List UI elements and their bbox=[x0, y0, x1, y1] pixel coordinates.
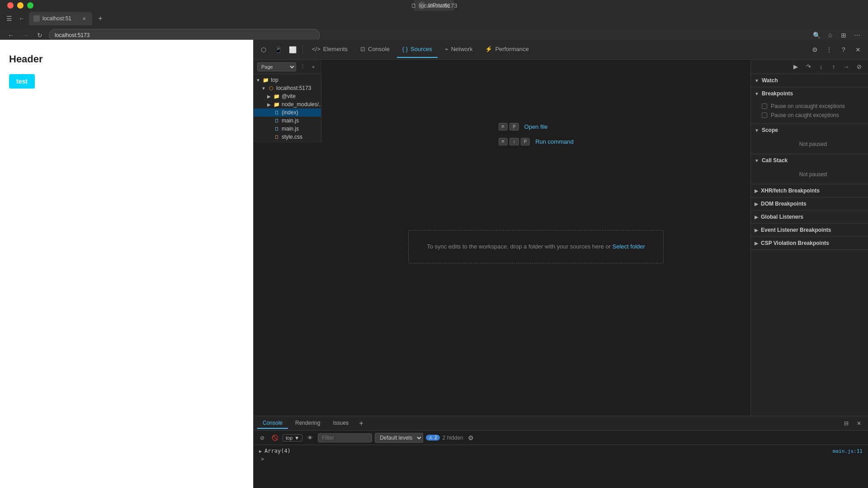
tab-console[interactable]: ⊡ Console bbox=[355, 42, 395, 58]
expand-icon[interactable]: ▶ bbox=[259, 449, 262, 454]
page-dropdown[interactable]: Page bbox=[257, 62, 296, 71]
tree-menu-button[interactable]: ⋮ bbox=[298, 62, 307, 71]
console-block-button[interactable]: 🚫 bbox=[270, 433, 280, 443]
console-context: top ▼ bbox=[283, 434, 302, 441]
call-stack-header[interactable]: ▼ Call Stack bbox=[751, 154, 868, 167]
tab-elements[interactable]: </> Elements bbox=[307, 42, 353, 58]
sidebar-toggle[interactable]: ☰ bbox=[4, 13, 14, 24]
tab-console-bottom[interactable]: Console bbox=[257, 418, 288, 429]
back-nav-button[interactable]: ← bbox=[5, 30, 16, 41]
tree-label-localhost: localhost:5173 bbox=[276, 85, 311, 91]
tree-item-mainjs-2[interactable]: ▶ 🗋 main.js bbox=[254, 125, 321, 133]
console-settings-button[interactable]: ⚙ bbox=[466, 433, 476, 443]
dock-button[interactable]: ⬜ bbox=[286, 43, 299, 56]
shortcut-keys-run: ⌘ ⇧ P bbox=[498, 138, 530, 145]
xhr-header[interactable]: ▶ XHR/fetch Breakpoints bbox=[751, 184, 868, 197]
tree-label-top: top bbox=[271, 77, 278, 83]
scope-header[interactable]: ▼ Scope bbox=[751, 124, 868, 136]
tab-sources[interactable]: { } Sources bbox=[397, 42, 438, 58]
file-tree-container: Page ⋮ + ▼ 📁 top bbox=[254, 60, 321, 416]
close-button[interactable] bbox=[7, 2, 14, 9]
csp-header[interactable]: ▶ CSP Violation Breakpoints bbox=[751, 237, 868, 249]
inspect-element-button[interactable]: ⬡ bbox=[257, 43, 270, 56]
add-tab-button[interactable]: + bbox=[356, 418, 367, 429]
file-tree-toolbar: Page ⋮ + bbox=[254, 60, 321, 74]
tree-item-mainjs-1[interactable]: ▶ 🗋 main.js bbox=[254, 117, 321, 125]
step-over-button[interactable]: ↷ bbox=[803, 61, 814, 72]
star-icon[interactable]: ☆ bbox=[825, 30, 835, 41]
refresh-button[interactable]: ↻ bbox=[34, 30, 45, 41]
maximize-button[interactable] bbox=[27, 2, 33, 9]
tree-item-top[interactable]: ▼ 📁 top bbox=[254, 76, 321, 84]
dom-header[interactable]: ▶ DOM Breakpoints bbox=[751, 197, 868, 210]
step-into-button[interactable]: ↓ bbox=[816, 61, 826, 72]
tree-item-vite[interactable]: ▶ 📁 @vite bbox=[254, 92, 321, 100]
search-icon[interactable]: 🔍 bbox=[811, 30, 822, 41]
tab-favicon bbox=[33, 15, 40, 22]
console-eye-button[interactable]: 👁 bbox=[305, 433, 315, 443]
section-breakpoints: ▼ Breakpoints Pause on uncaught exceptio… bbox=[751, 87, 868, 124]
breakpoints-header[interactable]: ▼ Breakpoints bbox=[751, 87, 868, 100]
tree-add-folder-button[interactable]: + bbox=[309, 62, 318, 71]
performance-icon: ⚡ bbox=[485, 46, 492, 52]
badge-icon: ⚠ bbox=[429, 435, 433, 440]
console-input[interactable] bbox=[267, 456, 861, 462]
tab-network[interactable]: ⌁ Network bbox=[439, 42, 478, 58]
console-close-button[interactable]: ✕ bbox=[854, 418, 864, 429]
device-toggle-button[interactable]: 📱 bbox=[272, 43, 284, 56]
close-devtools-button[interactable]: ✕ bbox=[852, 43, 864, 56]
step-out-button[interactable]: ↑ bbox=[828, 61, 839, 72]
back-button[interactable]: ← bbox=[16, 13, 27, 24]
help-button[interactable]: ? bbox=[837, 43, 850, 56]
file-icon: 🗋 bbox=[274, 117, 280, 124]
tab-close-button[interactable]: ✕ bbox=[80, 15, 88, 22]
console-entry-file[interactable]: main.js:11 bbox=[833, 448, 863, 454]
resume-button[interactable]: ▶ bbox=[790, 61, 801, 72]
browser-tab[interactable]: localhost:51 ✕ bbox=[29, 12, 92, 25]
tree-item-index[interactable]: ▶ 🗋 (index) bbox=[254, 108, 321, 117]
address-text: localhost:5173 bbox=[55, 32, 90, 38]
minimize-button[interactable] bbox=[17, 2, 24, 9]
global-listeners-label: Global Listeners bbox=[761, 214, 803, 220]
tab-performance[interactable]: ⚡ Performance bbox=[480, 42, 534, 58]
more-tools-button[interactable]: ⋮ bbox=[823, 43, 835, 56]
console-filter-input[interactable] bbox=[318, 433, 372, 442]
forward-nav-button[interactable]: → bbox=[20, 30, 31, 41]
page-test-button[interactable]: test bbox=[9, 74, 35, 89]
uncaught-checkbox[interactable] bbox=[762, 103, 767, 109]
open-file-link[interactable]: Open file bbox=[524, 123, 548, 130]
step-button[interactable]: → bbox=[841, 61, 852, 72]
main-layout: Header test ⬡ 📱 ⬜ </> Elements ⊡ Console… bbox=[0, 40, 868, 488]
tree-item-localhost[interactable]: ▼ ⬡ localhost:5173 bbox=[254, 84, 321, 92]
drop-zone-text: To sync edits to the workspace, drop a f… bbox=[427, 243, 612, 250]
select-folder-link[interactable]: Select folder bbox=[613, 243, 645, 250]
console-entry-label: Array(4) bbox=[264, 448, 291, 454]
console-error-badge: ⚠ 2 bbox=[426, 435, 440, 441]
caught-checkbox[interactable] bbox=[762, 113, 767, 118]
settings-icon[interactable]: ⋯ bbox=[852, 30, 863, 41]
collections-icon[interactable]: ⊞ bbox=[838, 30, 849, 41]
badge-count: 2 bbox=[434, 435, 437, 440]
section-event-listener: ▶ Event Listener Breakpoints bbox=[751, 224, 868, 237]
console-level-select[interactable]: Default levels bbox=[375, 433, 423, 443]
watch-header[interactable]: ▼ Watch bbox=[751, 74, 868, 87]
devtools-settings-button[interactable]: ⚙ bbox=[808, 43, 821, 56]
tree-item-stylecss[interactable]: ▶ 🗋 style.css bbox=[254, 133, 321, 141]
tab-divider bbox=[302, 45, 303, 54]
section-xhr: ▶ XHR/fetch Breakpoints bbox=[751, 184, 868, 197]
tab-rendering[interactable]: Rendering bbox=[290, 418, 326, 429]
csp-label: CSP Violation Breakpoints bbox=[761, 240, 829, 246]
event-listener-header[interactable]: ▶ Event Listener Breakpoints bbox=[751, 224, 868, 236]
global-listeners-header[interactable]: ▶ Global Listeners bbox=[751, 211, 868, 223]
network-icon: ⌁ bbox=[445, 46, 448, 52]
scope-content: Not paused bbox=[751, 136, 868, 154]
console-clear-button[interactable]: ⊘ bbox=[257, 433, 267, 443]
scope-status: Not paused bbox=[762, 138, 864, 150]
console-dock-button[interactable]: ⊟ bbox=[841, 418, 852, 429]
tree-item-node-modules[interactable]: ▶ 📁 node_modules/... bbox=[254, 100, 321, 108]
deactivate-breakpoints-button[interactable]: ⊘ bbox=[854, 61, 864, 72]
tab-issues[interactable]: Issues bbox=[327, 418, 354, 429]
new-tab-button[interactable]: + bbox=[94, 12, 107, 25]
run-command-link[interactable]: Run command bbox=[535, 138, 574, 145]
console-context-selector[interactable]: top ▼ bbox=[283, 434, 302, 441]
